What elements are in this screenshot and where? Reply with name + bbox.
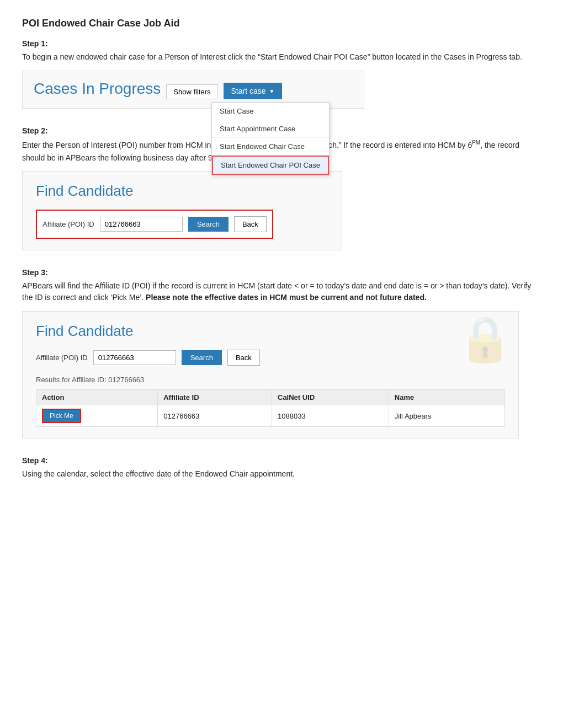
step-1-heading: Step 1: [22,39,541,48]
search-button-step2[interactable]: Search [188,217,229,232]
step-4-text: Using the calendar, select the effective… [22,468,541,480]
step-1-text: To begin a new endowed chair case for a … [22,51,541,63]
find-candidate-title-step3: Find Candidate [36,323,505,340]
find-candidate-widget-step2: Find Candidate Affiliate (POI) ID Search… [22,171,342,250]
col-header-calnet-uid: CalNet UID [272,390,389,405]
affiliate-label-step3: Affiliate (POI) ID [36,354,88,362]
affiliate-form-row-step3: Affiliate (POI) ID Search Back [36,350,505,366]
start-case-dropdown: Start Case Start Appointment Case Start … [211,102,330,175]
menu-item-start-endowed-chair-poi[interactable]: Start Endowed Chair POI Case [212,156,329,175]
table-row: Pick Me 012766663 1088033 Jill Apbears [36,405,505,427]
affiliate-form-row: Affiliate (POI) ID Search Back [36,210,273,239]
affiliate-input-step2[interactable] [100,217,183,232]
table-cell-action: Pick Me [36,405,158,427]
results-table: Action Affiliate ID CalNet UID Name Pick… [36,389,505,427]
results-label: Results for Affiliate ID: 012766663 [36,376,505,384]
cases-in-progress-title: Cases In Progress [34,80,161,98]
col-header-name: Name [389,390,504,405]
page-title: POI Endowed Chair Case Job Aid [22,18,541,29]
menu-item-start-endowed-chair[interactable]: Start Endowed Chair Case [212,138,329,156]
col-header-affiliate-id: Affiliate ID [158,390,272,405]
step-3-text: APBears will find the Affiliate ID (POI)… [22,280,541,303]
watermark: 🔒 [458,317,513,361]
show-filters-button[interactable]: Show filters [166,84,217,99]
step-4-heading: Step 4: [22,456,541,465]
affiliate-input-step3[interactable] [93,350,176,365]
dropdown-arrow-icon: ▼ [269,88,275,94]
find-candidate-widget-step3: 🔒 Find Candidate Affiliate (POI) ID Sear… [22,311,519,438]
search-button-step3[interactable]: Search [182,350,222,365]
affiliate-label-step2: Affiliate (POI) ID [43,220,94,228]
step-3-section: Step 3: APBears will find the Affiliate … [22,268,541,438]
table-cell-name: Jill Apbears [389,405,504,427]
step-3-text-bold: Please note the effective dates in HCM m… [144,293,427,302]
table-cell-affiliate-id: 012766663 [158,405,272,427]
step-1-section: Step 1: To begin a new endowed chair cas… [22,39,541,109]
pick-me-button[interactable]: Pick Me [42,409,81,423]
menu-item-start-appointment[interactable]: Start Appointment Case [212,120,329,138]
col-header-action: Action [36,390,158,405]
start-case-button[interactable]: Start case ▼ [224,83,283,99]
table-cell-calnet-uid: 1088033 [272,405,389,427]
menu-item-start-case[interactable]: Start Case [212,103,329,120]
step-4-section: Step 4: Using the calendar, select the e… [22,456,541,480]
cases-in-progress-widget: Cases In Progress Show filters Start cas… [22,71,364,109]
step-3-heading: Step 3: [22,268,541,277]
find-candidate-title-step2: Find Candidate [36,183,328,200]
back-button-step3[interactable]: Back [227,350,260,366]
start-case-label: Start case [231,87,266,95]
back-button-step2[interactable]: Back [234,216,267,232]
pm-label: PM [472,140,480,146]
